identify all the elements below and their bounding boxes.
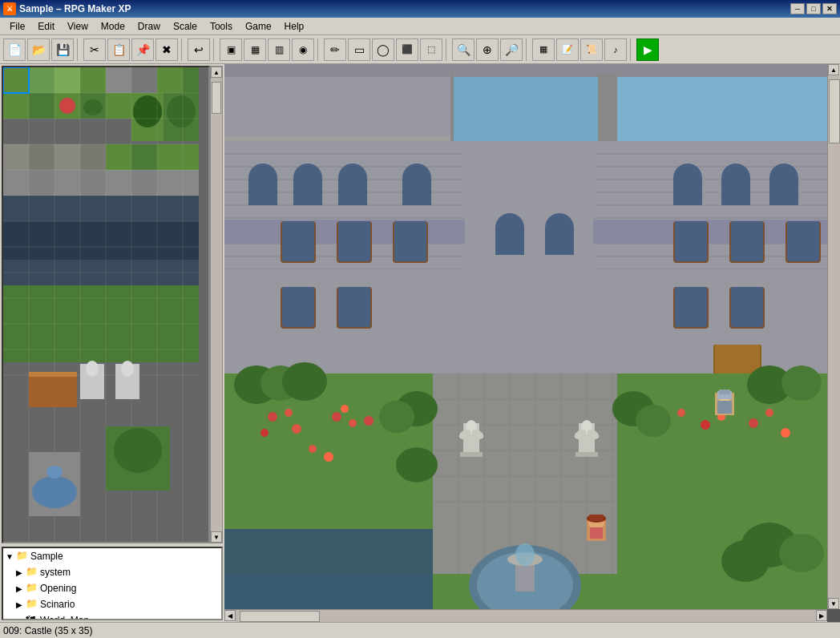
tree-item-system[interactable]: ▶ 📁 system bbox=[3, 564, 221, 580]
close-button[interactable]: ✕ bbox=[822, 3, 837, 14]
layer2-button[interactable]: ▦ bbox=[244, 38, 266, 61]
svg-rect-9 bbox=[29, 93, 55, 119]
scroll-thumb[interactable] bbox=[212, 82, 221, 114]
svg-rect-20 bbox=[29, 144, 55, 170]
status-text: 009: Castle (35 x 35) bbox=[3, 625, 92, 636]
svg-rect-5 bbox=[131, 67, 157, 93]
svg-rect-120 bbox=[394, 221, 426, 261]
menu-edit[interactable]: Edit bbox=[31, 19, 61, 34]
fill-button[interactable]: ⬛ bbox=[396, 38, 418, 61]
svg-rect-30 bbox=[106, 170, 131, 196]
expand-icon-system[interactable]: ▶ bbox=[14, 568, 24, 577]
svg-point-206 bbox=[721, 540, 769, 582]
svg-rect-27 bbox=[29, 170, 55, 196]
svg-rect-14 bbox=[106, 93, 131, 119]
castle-map[interactable] bbox=[224, 64, 840, 622]
map-scroll-left[interactable]: ◀ bbox=[224, 610, 236, 621]
script-button[interactable]: 📜 bbox=[580, 38, 603, 61]
save-button[interactable]: 💾 bbox=[51, 38, 74, 61]
svg-point-148 bbox=[292, 424, 301, 434]
menu-game[interactable]: Game bbox=[239, 19, 278, 34]
svg-rect-125 bbox=[545, 228, 574, 255]
zoom-in-button[interactable]: 🔍 bbox=[452, 38, 475, 61]
select-button[interactable]: ⬚ bbox=[420, 38, 442, 61]
tree-item-sample[interactable]: ▼ 📁 Sample bbox=[3, 548, 221, 564]
svg-point-167 bbox=[781, 365, 822, 401]
zoom-out-button[interactable]: 🔎 bbox=[500, 38, 523, 61]
copy-button[interactable]: 📋 bbox=[107, 38, 130, 61]
new-button[interactable]: 📄 bbox=[3, 38, 26, 61]
ellipse-button[interactable]: ◯ bbox=[372, 38, 394, 61]
tree-item-opening[interactable]: ▶ 📁 Opening bbox=[3, 580, 221, 596]
map-hscrollbar[interactable]: ◀ ▶ bbox=[224, 609, 827, 622]
separator-3 bbox=[213, 38, 216, 61]
titlebar-left: ⚔ Sample – RPG Maker XP bbox=[3, 2, 131, 15]
map-scroll-right[interactable]: ▶ bbox=[816, 610, 827, 621]
menu-mode[interactable]: Mode bbox=[95, 19, 131, 34]
paste-button[interactable]: 📌 bbox=[131, 38, 154, 61]
expand-icon-sample[interactable]: ▼ bbox=[5, 552, 14, 561]
svg-rect-2 bbox=[55, 67, 80, 93]
expand-icon-opening[interactable]: ▶ bbox=[14, 584, 24, 593]
cut-button[interactable]: ✂ bbox=[83, 38, 106, 61]
map-hscroll-thumb[interactable] bbox=[240, 611, 320, 622]
event-button[interactable]: 📝 bbox=[556, 38, 579, 61]
open-button[interactable]: 📂 bbox=[27, 38, 50, 61]
play-button[interactable]: ▶ bbox=[636, 38, 659, 61]
tree-item-scinario[interactable]: ▶ 📁 Scinario bbox=[3, 596, 221, 612]
minimize-button[interactable]: ─ bbox=[790, 3, 805, 14]
map-vscroll-thumb[interactable] bbox=[829, 79, 840, 143]
svg-rect-24 bbox=[131, 144, 157, 170]
toolbar: 📄 📂 💾 ✂ 📋 📌 ✖ ↩ ▣ ▦ ▥ ◉ ✏ ▭ ◯ ⬛ ⬚ 🔍 ⊕ 🔎 … bbox=[0, 35, 840, 64]
maximize-button[interactable]: □ bbox=[806, 3, 821, 14]
separator-5 bbox=[446, 38, 449, 61]
map-scroll-down[interactable]: ▼ bbox=[828, 598, 839, 609]
svg-rect-215 bbox=[589, 515, 604, 521]
menu-help[interactable]: Help bbox=[278, 19, 311, 34]
zoom-auto-button[interactable]: ⊕ bbox=[476, 38, 499, 61]
menu-tools[interactable]: Tools bbox=[204, 19, 239, 34]
pencil-button[interactable]: ✏ bbox=[324, 38, 346, 61]
expand-icon-scinario[interactable]: ▶ bbox=[14, 600, 24, 609]
tree-item-world-map[interactable]: 🗺 World_Map bbox=[3, 612, 221, 620]
menu-draw[interactable]: Draw bbox=[131, 19, 167, 34]
svg-point-145 bbox=[268, 412, 277, 422]
map-tree[interactable]: ▼ 📁 Sample ▶ 📁 system ▶ 📁 Opening ▶ 📁 Sc… bbox=[2, 547, 223, 620]
rect-button[interactable]: ▭ bbox=[348, 38, 370, 61]
svg-rect-113 bbox=[769, 178, 798, 205]
svg-rect-31 bbox=[131, 170, 157, 196]
svg-rect-56 bbox=[3, 362, 29, 388]
layer1-button[interactable]: ▣ bbox=[220, 38, 242, 61]
svg-rect-109 bbox=[673, 178, 702, 205]
svg-rect-138 bbox=[675, 287, 707, 327]
svg-rect-209 bbox=[717, 401, 732, 414]
tree-label-opening: Opening bbox=[40, 583, 76, 594]
svg-rect-140 bbox=[731, 287, 763, 327]
svg-rect-111 bbox=[721, 178, 750, 205]
svg-rect-1 bbox=[29, 67, 55, 93]
svg-point-164 bbox=[765, 409, 773, 417]
scroll-down-arrow[interactable]: ▼ bbox=[211, 531, 222, 543]
svg-rect-26: stone bbox=[3, 170, 29, 196]
svg-point-184 bbox=[396, 447, 438, 483]
svg-rect-22 bbox=[80, 144, 106, 170]
audio-button[interactable]: ♪ bbox=[604, 38, 627, 61]
tileset-display[interactable]: stone bbox=[2, 66, 210, 543]
svg-point-149 bbox=[332, 412, 341, 422]
delete-button[interactable]: ✖ bbox=[155, 38, 178, 61]
undo-button[interactable]: ↩ bbox=[188, 38, 210, 61]
menu-view[interactable]: View bbox=[61, 19, 95, 34]
menu-scale[interactable]: Scale bbox=[167, 19, 204, 34]
tileset-scrollbar[interactable]: ▲ ▼ bbox=[210, 66, 223, 543]
svg-rect-58 bbox=[29, 372, 77, 377]
scroll-up-arrow[interactable]: ▲ bbox=[211, 67, 222, 78]
map-scroll-up[interactable]: ▲ bbox=[828, 64, 839, 75]
svg-rect-127 bbox=[675, 221, 707, 261]
map-button[interactable]: ▦ bbox=[532, 38, 555, 61]
window-title: Sample – RPG Maker XP bbox=[19, 3, 131, 14]
layer4-button[interactable]: ◉ bbox=[292, 38, 314, 61]
layer3-button[interactable]: ▥ bbox=[268, 38, 290, 61]
svg-point-203 bbox=[515, 543, 535, 566]
menu-file[interactable]: File bbox=[3, 19, 31, 34]
map-vscrollbar[interactable]: ▲ ▼ bbox=[827, 64, 840, 609]
